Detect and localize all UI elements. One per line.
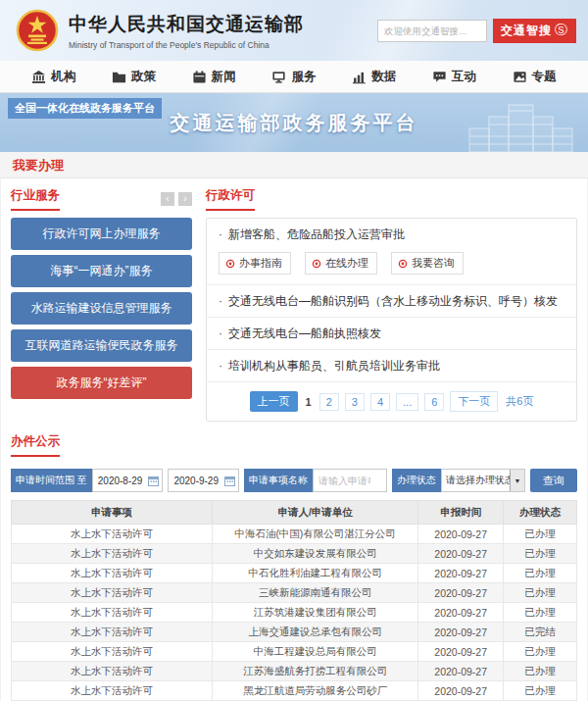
tab-public-list[interactable]: 办件公示 [11,433,60,457]
consult-icon [398,259,408,269]
sidebar-item-road-transport[interactable]: 互联网道路运输便民政务服务 [11,329,192,362]
consult-chip[interactable]: 我要咨询 [391,252,464,275]
col-header-status: 办理状态 [503,501,576,525]
cell-status: 已完结 [503,623,576,642]
search-input[interactable] [377,20,487,42]
tab-industry-services[interactable]: 行业服务 [11,187,60,211]
cell-status: 已办理 [503,583,576,603]
cell-date: 2020-09-27 [418,681,504,701]
bank-icon [31,70,46,84]
image-icon [513,70,527,84]
nav-item-news[interactable]: 新闻 [192,69,236,85]
bullet: · [219,294,222,308]
page-number[interactable]: 4 [370,393,390,411]
cell-item: 水上水下活动许可 [12,623,213,642]
calendar-icon [192,70,207,84]
cell-applicant: 中石化胜利油建工程有限公司 [212,564,418,583]
carousel-prev-icon[interactable]: ‹ [161,192,174,206]
calendar-icon[interactable] [148,476,159,486]
table-row: 水上水下活动许可中海工程建设总局有限公司2020-09-27已办理 [12,642,577,662]
chip-label: 在线办理 [325,256,368,271]
online-icon [312,259,321,269]
nav-item-topics[interactable]: 专题 [513,69,557,85]
date-range-label: 申请时间范围 至 [11,469,92,492]
cell-date: 2020-09-27 [418,544,504,564]
guide-icon [225,259,235,269]
license-item-title[interactable]: 交通无线电台—船舶识别码（含水上移动业务标识、呼号）核发 [228,294,558,308]
public-announcement-section: 办件公示 申请时间范围 至 申请事项名称 办理状态 [1,426,587,701]
license-list: ·新增客船、危险品船投入运营审批 办事指南 在线办理 我要咨询 ·交通无线电台—… [206,218,577,422]
list-item: ·培训机构从事船员、引航员培训业务审批 [207,349,576,381]
cell-status: 已办理 [503,662,576,681]
query-button[interactable]: 查询 [530,469,577,492]
cell-item: 水上水下活动许可 [12,544,213,564]
national-emblem-icon [16,8,59,53]
nav-label: 机构 [51,69,75,85]
license-pagination: 上一页 1 2 3 4 ... 6 下一页 共6页 [207,381,576,421]
site-header: 中华人民共和国交通运输部 Ministry of Transport of th… [0,0,588,61]
cell-item: 水上水下活动许可 [12,564,213,583]
page-number[interactable]: 2 [319,393,339,411]
industry-services-panel: 行业服务 ‹ › 行政许可网上办理服务 海事“一网通办”服务 水路运输建设信息管… [11,188,192,422]
online-handle-chip[interactable]: 在线办理 [305,252,377,275]
cell-applicant: 中海工程建设总局有限公司 [212,642,418,662]
cell-status: 已办理 [503,564,576,583]
sidebar-item-maritime-onestop[interactable]: 海事“一网通办”服务 [11,255,192,287]
item-name-input[interactable] [314,470,386,491]
chevron-down-icon: ▼ [510,470,524,491]
date-from-wrap [92,469,164,492]
license-item-title[interactable]: 培训机构从事船员、引航员培训业务审批 [228,359,440,373]
calendar-icon[interactable] [224,476,235,486]
cell-date: 2020-09-27 [418,583,504,603]
license-item-title[interactable]: 交通无线电台—船舶执照核发 [228,326,381,340]
cell-status: 已办理 [503,681,576,701]
cell-applicant: 上海交通建设总承包有限公司 [212,623,418,642]
col-header-item: 申请事项 [12,501,213,525]
status-select[interactable]: 请选择办理状态 ▼ [441,469,525,492]
license-item-actions: 办事指南 在线办理 我要咨询 [207,250,576,284]
carousel-next-icon[interactable]: › [178,192,192,206]
table-header-row: 申请事项 申请人/申请单位 申报时间 办理状态 [12,501,577,525]
nav-item-data[interactable]: 数据 [352,69,396,85]
page-total-label: 共6页 [506,394,533,409]
status-select-value: 请选择办理状态 [442,474,510,487]
sidebar-item-waterway-info[interactable]: 水路运输建设信息管理服务 [11,292,192,325]
filter-bar: 申请时间范围 至 申请事项名称 办理状态 请选择办理状态 [11,469,577,492]
col-header-applicant: 申请人/申请单位 [212,501,418,525]
sidebar-item-service-rating[interactable]: 政务服务“好差评” [11,367,192,399]
cell-status: 已办理 [503,544,576,564]
main-nav: 机构 政策 新闻 服务 数据 互动 专题 [0,61,588,93]
cell-status: 已办理 [503,642,576,662]
cell-date: 2020-09-27 [418,662,504,681]
content-area: 行业服务 ‹ › 行政许可网上办理服务 海事“一网通办”服务 水路运输建设信息管… [0,178,588,701]
cell-applicant: 江苏海盛航务打捞工程有限公司 [212,662,418,681]
sidebar-item-license-online[interactable]: 行政许可网上办理服务 [11,218,192,250]
status-label: 办理状态 [392,469,441,492]
nav-label: 新闻 [212,69,236,85]
cell-date: 2020-09-27 [418,603,504,623]
guide-chip[interactable]: 办事指南 [219,252,291,275]
list-item: ·交通无线电台—船舶执照核发 [207,317,576,349]
cell-date: 2020-09-27 [418,525,504,544]
prev-page-button[interactable]: 上一页 [250,391,298,412]
cell-applicant: 中海石油(中国)有限公司湛江分公司 [212,525,418,544]
license-item-title[interactable]: 新增客船、危险品船投入运营审批 [228,227,405,241]
cell-status: 已办理 [503,603,576,623]
table-row: 水上水下活动许可江苏筑港建设集团有限公司2020-09-27已办理 [12,603,577,623]
page-number[interactable]: 3 [345,393,365,411]
nav-item-policy[interactable]: 政策 [112,69,156,85]
smart-search-button[interactable]: 交通智搜Ⓢ [493,19,576,43]
page-number-current[interactable]: 1 [304,394,314,410]
cell-status: 已办理 [503,525,576,544]
col-header-date: 申报时间 [418,501,504,525]
nav-item-interact[interactable]: 互动 [432,69,476,85]
building-illustration [460,99,582,152]
next-page-button[interactable]: 下一页 [450,391,498,412]
service-platform-banner: 全国一体化在线政务服务平台 交通运输部政务服务平台 [0,93,588,152]
nav-item-services[interactable]: 服务 [271,69,316,85]
cell-applicant: 江苏筑港建设集团有限公司 [212,603,418,623]
page-number[interactable]: 6 [424,393,444,411]
tab-admin-license[interactable]: 行政许可 [206,187,255,211]
nav-item-orgs[interactable]: 机构 [31,69,75,85]
cell-date: 2020-09-27 [418,564,504,583]
